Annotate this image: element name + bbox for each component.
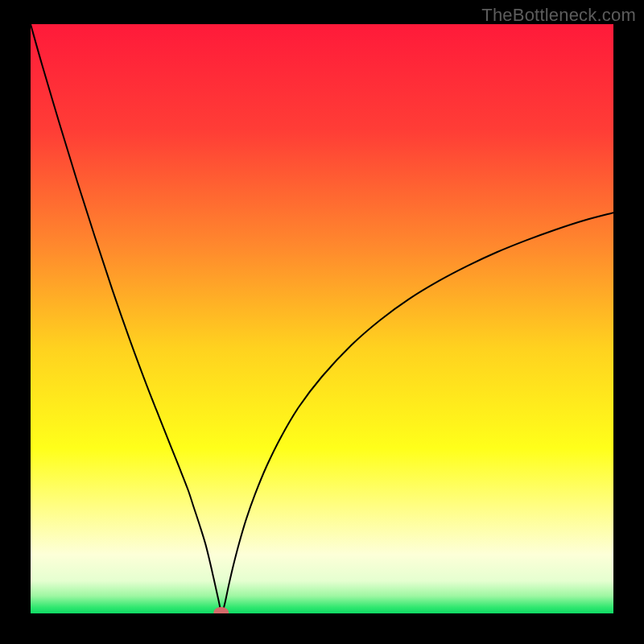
chart-svg: [31, 24, 613, 613]
watermark-text: TheBottleneck.com: [481, 5, 636, 26]
gradient-background: [31, 24, 613, 613]
plot-area: [31, 24, 613, 613]
chart-frame: TheBottleneck.com: [0, 0, 644, 644]
